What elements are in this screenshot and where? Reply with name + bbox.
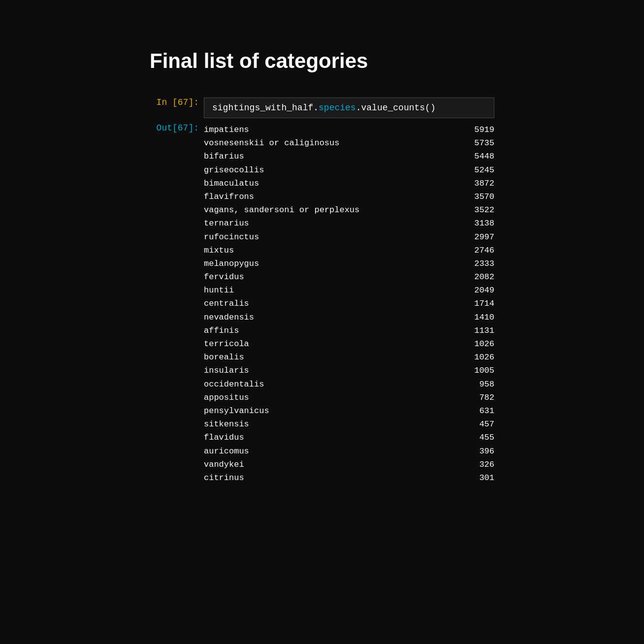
list-item: citrinus301 bbox=[204, 471, 494, 484]
species-name: citrinus bbox=[204, 471, 244, 484]
list-item: impatiens5919 bbox=[204, 123, 494, 136]
list-item: pensylvanicus631 bbox=[204, 404, 494, 418]
list-item: nevadensis1410 bbox=[204, 311, 494, 324]
list-item: vandykei326 bbox=[204, 458, 494, 471]
species-name: griseocollis bbox=[204, 163, 264, 177]
species-count: 3570 bbox=[465, 190, 494, 203]
species-name: huntii bbox=[204, 284, 234, 297]
main-container: Final list of categories In [67]: sighti… bbox=[150, 49, 494, 499]
list-item: bimaculatus3872 bbox=[204, 177, 494, 190]
species-name: flavidus bbox=[204, 431, 244, 444]
species-name: vosnesenskii or caliginosus bbox=[204, 136, 339, 150]
species-count: 455 bbox=[465, 431, 494, 444]
out-label: Out[67]: bbox=[150, 123, 204, 133]
species-name: occidentalis bbox=[204, 378, 264, 391]
species-count: 396 bbox=[465, 445, 494, 458]
species-count: 5448 bbox=[465, 150, 494, 163]
species-count: 1410 bbox=[465, 311, 494, 324]
output-block: impatiens5919vosnesenskii or caliginosus… bbox=[204, 123, 494, 484]
species-name: vandykei bbox=[204, 458, 244, 471]
list-item: sitkensis457 bbox=[204, 418, 494, 431]
species-name: centralis bbox=[204, 297, 249, 310]
code-suffix: .value_counts() bbox=[356, 103, 436, 113]
species-name: mixtus bbox=[204, 244, 234, 257]
species-name: auricomus bbox=[204, 445, 249, 458]
list-item: ternarius3138 bbox=[204, 217, 494, 230]
list-item: flavifrons3570 bbox=[204, 190, 494, 203]
code-block: sightings_with_half.species.value_counts… bbox=[204, 97, 494, 118]
input-row: In [67]: sightings_with_half.species.val… bbox=[150, 97, 494, 118]
species-count: 2082 bbox=[465, 270, 494, 284]
list-item: auricomus396 bbox=[204, 445, 494, 458]
species-name: pensylvanicus bbox=[204, 404, 269, 418]
species-count: 1005 bbox=[465, 364, 494, 377]
list-item: occidentalis958 bbox=[204, 378, 494, 391]
list-item: affinis1131 bbox=[204, 324, 494, 337]
species-name: terricola bbox=[204, 337, 249, 351]
species-name: rufocinctus bbox=[204, 230, 259, 244]
species-name: ternarius bbox=[204, 217, 249, 230]
species-count: 2333 bbox=[465, 257, 494, 270]
notebook-cell: In [67]: sightings_with_half.species.val… bbox=[150, 97, 494, 484]
page-title: Final list of categories bbox=[150, 49, 494, 73]
list-item: huntii2049 bbox=[204, 284, 494, 297]
code-prefix: sightings_with_half. bbox=[212, 103, 319, 113]
species-name: bimaculatus bbox=[204, 177, 259, 190]
species-count: 2997 bbox=[465, 230, 494, 244]
species-count: 457 bbox=[465, 418, 494, 431]
species-name: affinis bbox=[204, 324, 239, 337]
species-name: melanopygus bbox=[204, 257, 259, 270]
species-count: 2746 bbox=[465, 244, 494, 257]
list-item: griseocollis5245 bbox=[204, 163, 494, 177]
species-name: sitkensis bbox=[204, 418, 249, 431]
species-name: impatiens bbox=[204, 123, 249, 136]
species-count: 631 bbox=[465, 404, 494, 418]
list-item: vosnesenskii or caliginosus5735 bbox=[204, 136, 494, 150]
species-count: 326 bbox=[465, 458, 494, 471]
list-item: fervidus2082 bbox=[204, 270, 494, 284]
species-count: 1026 bbox=[465, 337, 494, 351]
output-row: Out[67]: impatiens5919vosnesenskii or ca… bbox=[150, 123, 494, 484]
list-item: appositus782 bbox=[204, 391, 494, 404]
list-item: vagans, sandersoni or perplexus3522 bbox=[204, 203, 494, 217]
list-item: bifarius5448 bbox=[204, 150, 494, 163]
species-name: fervidus bbox=[204, 270, 244, 284]
species-count: 5245 bbox=[465, 163, 494, 177]
species-count: 5919 bbox=[465, 123, 494, 136]
list-item: terricola1026 bbox=[204, 337, 494, 351]
species-count: 3522 bbox=[465, 203, 494, 217]
list-item: flavidus455 bbox=[204, 431, 494, 444]
species-count: 782 bbox=[465, 391, 494, 404]
code-method: species bbox=[319, 103, 356, 113]
species-count: 958 bbox=[465, 378, 494, 391]
species-count: 1026 bbox=[465, 351, 494, 364]
list-item: rufocinctus2997 bbox=[204, 230, 494, 244]
list-item: centralis1714 bbox=[204, 297, 494, 310]
species-name: borealis bbox=[204, 351, 244, 364]
species-name: appositus bbox=[204, 391, 249, 404]
species-name: flavifrons bbox=[204, 190, 254, 203]
list-item: borealis1026 bbox=[204, 351, 494, 364]
species-count: 1131 bbox=[465, 324, 494, 337]
in-label: In [67]: bbox=[150, 97, 204, 107]
species-name: insularis bbox=[204, 364, 249, 377]
species-count: 3138 bbox=[465, 217, 494, 230]
list-item: melanopygus2333 bbox=[204, 257, 494, 270]
species-name: bifarius bbox=[204, 150, 244, 163]
species-count: 5735 bbox=[465, 136, 494, 150]
list-item: mixtus2746 bbox=[204, 244, 494, 257]
species-count: 2049 bbox=[465, 284, 494, 297]
species-count: 301 bbox=[465, 471, 494, 484]
list-item: insularis1005 bbox=[204, 364, 494, 377]
species-count: 1714 bbox=[465, 297, 494, 310]
species-count: 3872 bbox=[465, 177, 494, 190]
species-name: nevadensis bbox=[204, 311, 254, 324]
species-name: vagans, sandersoni or perplexus bbox=[204, 203, 359, 217]
